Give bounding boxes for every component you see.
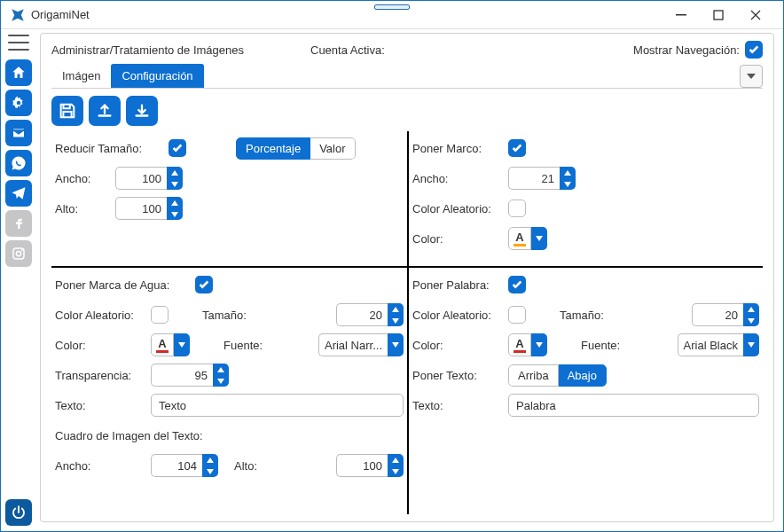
drag-handle[interactable]: [374, 4, 410, 10]
window-title: OrigamiNet: [31, 8, 90, 21]
wm-box-height-label: Alto:: [234, 459, 296, 473]
frame-color-label: Color:: [412, 232, 501, 246]
svg-rect-1: [714, 11, 723, 20]
wm-color-picker[interactable]: A: [151, 333, 190, 356]
word-text-input[interactable]: [508, 394, 759, 417]
wm-box-height-stepper[interactable]: [336, 454, 404, 477]
account-label: Cuenta Activa:: [310, 43, 385, 57]
word-size-label: Tamaño:: [560, 309, 622, 322]
word-random-checkbox[interactable]: [508, 306, 526, 324]
nav-toggle-label: Mostrar Navegación:: [633, 43, 740, 57]
word-size-stepper[interactable]: [692, 303, 759, 326]
frame-checkbox[interactable]: [508, 139, 526, 157]
title-bar: OrigamiNet: [1, 1, 783, 29]
wm-color-label: Color:: [55, 339, 144, 352]
wm-font-label: Fuente:: [223, 339, 286, 352]
resize-width-stepper[interactable]: [115, 167, 183, 190]
resize-height-label: Alto:: [55, 202, 108, 215]
frame-title: Poner Marco:: [412, 142, 501, 155]
resize-mode-segment[interactable]: Porcentaje Valor: [236, 137, 356, 160]
breadcrumb: Administrar/Tratamiento de Imágenes: [51, 43, 300, 57]
nav-toggle-checkbox[interactable]: [745, 41, 763, 59]
download-button[interactable]: [126, 96, 158, 126]
sidebar-telegram[interactable]: [5, 180, 32, 207]
frame-width-stepper[interactable]: [508, 167, 576, 190]
sidebar-home[interactable]: [5, 59, 32, 86]
resize-mode-percent[interactable]: Porcentaje: [236, 137, 310, 160]
tab-image[interactable]: Imágen: [51, 64, 111, 88]
resize-checkbox[interactable]: [169, 139, 186, 157]
frame-color-picker[interactable]: A: [508, 227, 547, 250]
maximize-button[interactable]: [700, 3, 737, 27]
wm-size-label: Tamaño:: [202, 309, 264, 322]
tab-config[interactable]: Configuración: [111, 64, 203, 88]
sidebar-mail[interactable]: [5, 120, 32, 146]
resize-width-label: Ancho:: [55, 172, 108, 185]
word-font-label: Fuente:: [581, 339, 643, 352]
resize-height-stepper[interactable]: [115, 197, 183, 220]
tabs-overflow-button[interactable]: [740, 65, 763, 88]
save-button[interactable]: [51, 96, 83, 126]
sidebar: [1, 29, 36, 531]
sidebar-power[interactable]: [5, 499, 32, 526]
svg-rect-0: [676, 14, 686, 16]
sidebar-facebook[interactable]: [5, 210, 32, 237]
word-font-select[interactable]: Arial Black: [678, 333, 759, 356]
wm-box-label: Cuadro de Imagen del Texto:: [55, 429, 203, 442]
sidebar-whatsapp[interactable]: [5, 150, 32, 176]
frame-random-label: Color Aleatorio:: [412, 202, 501, 215]
menu-toggle[interactable]: [8, 35, 29, 51]
wm-title: Poner Marca de Agua:: [55, 278, 188, 292]
wm-random-label: Color Aleatorio:: [55, 309, 144, 322]
word-text-label: Texto:: [412, 399, 501, 412]
resize-title: Reducir Tamaño:: [55, 142, 161, 155]
frame-width-label: Ancho:: [412, 172, 501, 185]
wm-size-stepper[interactable]: [336, 303, 404, 326]
word-color-label: Color:: [412, 339, 501, 352]
svg-point-3: [16, 251, 20, 255]
word-color-picker[interactable]: A: [508, 333, 547, 356]
minimize-button[interactable]: [662, 3, 700, 27]
wm-alpha-label: Transparencia:: [55, 369, 144, 382]
close-button[interactable]: [737, 3, 774, 27]
resize-mode-value[interactable]: Valor: [310, 137, 355, 160]
app-logo: [10, 7, 26, 23]
wm-checkbox[interactable]: [195, 276, 213, 293]
wm-text-label: Texto:: [55, 399, 144, 412]
sidebar-instagram[interactable]: [5, 240, 32, 267]
word-pos-top[interactable]: Arriba: [508, 364, 559, 387]
wm-random-checkbox[interactable]: [151, 306, 169, 324]
word-pos-label: Poner Texto:: [412, 369, 501, 382]
word-checkbox[interactable]: [508, 276, 526, 293]
wm-box-width-stepper[interactable]: [151, 454, 218, 477]
word-title: Poner Palabra:: [412, 278, 501, 292]
sidebar-settings[interactable]: [5, 90, 32, 116]
wm-font-select[interactable]: Arial Narr...: [318, 333, 404, 356]
svg-point-4: [21, 249, 23, 251]
word-pos-bottom[interactable]: Abajo: [559, 364, 607, 387]
word-random-label: Color Aleatorio:: [412, 309, 501, 322]
frame-random-checkbox[interactable]: [508, 200, 526, 217]
wm-text-input[interactable]: [151, 394, 404, 417]
word-pos-segment[interactable]: Arriba Abajo: [508, 364, 607, 387]
upload-button[interactable]: [89, 96, 121, 126]
wm-box-width-label: Ancho:: [55, 459, 144, 473]
wm-alpha-stepper[interactable]: [151, 364, 229, 387]
